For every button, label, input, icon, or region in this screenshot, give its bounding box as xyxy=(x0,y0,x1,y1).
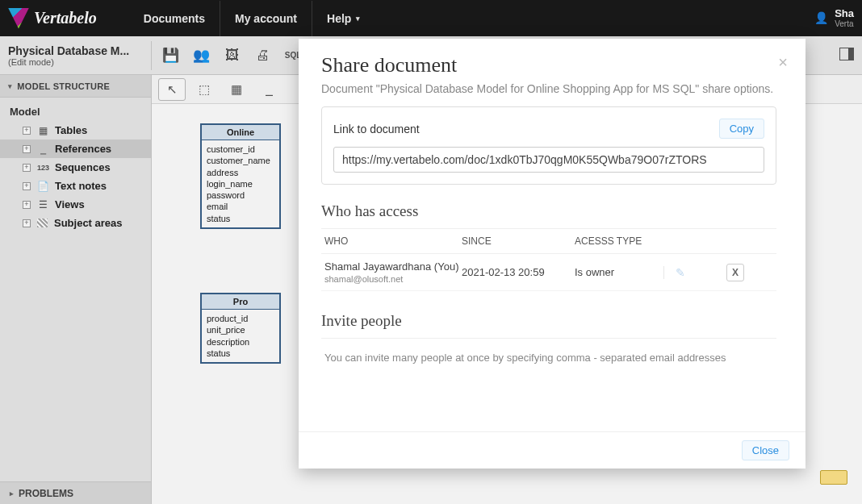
invite-hint: You can invite many people at once by sp… xyxy=(321,338,776,364)
close-icon[interactable]: × xyxy=(778,53,788,72)
edit-access-icon[interactable]: ✎ xyxy=(663,266,712,279)
table-row: Shamal Jayawardhana (You) shamal@olusoft… xyxy=(321,254,776,291)
dialog-subtitle: Document "Physical Database Model for On… xyxy=(321,82,783,95)
access-table: WHO SINCE ACESSS TYPE Shamal Jayawardhan… xyxy=(321,228,776,291)
share-dialog: Share document Document "Physical Databa… xyxy=(299,39,806,469)
col-since: SINCE xyxy=(462,235,575,247)
link-label: Link to document xyxy=(333,123,420,135)
table-header: WHO SINCE ACESSS TYPE xyxy=(321,229,776,254)
access-heading: Who has access xyxy=(321,202,776,220)
cell-since: 2021-02-13 20:59 xyxy=(462,266,575,278)
cell-type: Is owner xyxy=(575,266,663,278)
document-link-input[interactable] xyxy=(333,147,764,173)
access-user-name: Shamal Jayawardhana (You) xyxy=(324,260,462,273)
col-who: WHO xyxy=(324,235,462,247)
cell-who: Shamal Jayawardhana (You) shamal@olusoft… xyxy=(324,260,462,284)
copy-button[interactable]: Copy xyxy=(719,119,764,139)
invite-heading: Invite people xyxy=(321,312,776,330)
dialog-body: Link to document Copy Who has access WHO… xyxy=(299,106,806,431)
dialog-title: Share document xyxy=(321,53,783,77)
dialog-footer: Close xyxy=(299,431,806,469)
dialog-scroll[interactable]: Link to document Copy Who has access WHO… xyxy=(321,106,789,413)
remove-access-button[interactable]: X xyxy=(726,264,744,281)
access-user-email: shamal@olusoft.net xyxy=(324,274,462,284)
col-type: ACESSS TYPE xyxy=(575,235,663,247)
dialog-header: Share document Document "Physical Databa… xyxy=(299,39,806,106)
link-panel: Link to document Copy xyxy=(321,106,776,185)
close-button[interactable]: Close xyxy=(742,440,789,460)
